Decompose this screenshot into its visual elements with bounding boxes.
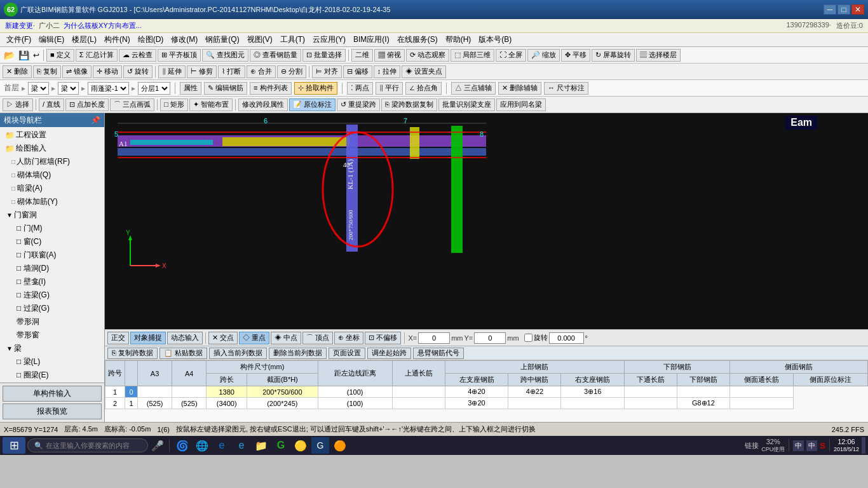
td-mid-rebar[interactable]: 4⊕20 xyxy=(445,386,508,398)
trim-button[interactable]: ⊢ 修剪 xyxy=(187,65,217,78)
td-section2[interactable]: (200*245) xyxy=(247,398,318,409)
select-floor-button[interactable]: ▤ 选择楼层 xyxy=(636,49,681,62)
point-len-button[interactable]: ⊡ 点加长度 xyxy=(65,98,109,111)
copy-span-button[interactable]: ⎘ 复制跨数据 xyxy=(107,348,158,359)
align-button[interactable]: ⊨ 对齐 xyxy=(312,65,342,78)
sidebar-item-draw-input[interactable]: 📁 绘图输入 xyxy=(1,142,103,155)
taskbar-app-ie[interactable]: e xyxy=(233,437,250,454)
apply-same-name-button[interactable]: 应用到同名梁 xyxy=(496,98,546,111)
maximize-button[interactable]: □ xyxy=(837,4,850,15)
extend-button[interactable]: ‖ 延伸 xyxy=(158,65,186,78)
cloud-check-button[interactable]: ☁ 云检查 xyxy=(119,49,156,62)
edit-rebar-button[interactable]: ✎ 编辑钢筋 xyxy=(204,82,247,95)
save-icon[interactable]: 💾 xyxy=(17,50,31,60)
sidebar-item-door[interactable]: □ 门(M) xyxy=(1,222,103,235)
find-elem-button[interactable]: 🔍 查找图元 xyxy=(202,49,248,62)
merge-button[interactable]: ⊕ 合并 xyxy=(247,65,276,78)
menu-help[interactable]: 帮助(H) xyxy=(442,33,475,46)
three-point-aux-button[interactable]: △ 三点辅轴 xyxy=(451,82,496,95)
local-3d-button[interactable]: ⬚ 局部三维 xyxy=(451,49,494,62)
layer-select[interactable]: 雨蓬梁-1 xyxy=(88,82,129,95)
snap-nooffset-button[interactable]: ⊡ 不偏移 xyxy=(365,332,401,344)
dynamic-view-button[interactable]: ⟳ 动态观察 xyxy=(406,49,449,62)
define-button[interactable]: ■ 定义 xyxy=(46,49,74,62)
sidebar-item-beam-group[interactable]: ▼ 梁 xyxy=(1,342,103,355)
td-span-len[interactable]: 1380 xyxy=(207,386,247,398)
menu-tools[interactable]: 工具(T) xyxy=(276,33,309,46)
single-comp-input-button[interactable]: 单构件输入 xyxy=(3,386,102,402)
minimize-button[interactable]: ─ xyxy=(824,4,836,15)
sidebar-item-ring-beam[interactable]: □ 圈梁(E) xyxy=(1,369,103,382)
td-side-cont2[interactable]: G8⊕12 xyxy=(677,398,730,409)
td-span[interactable]: 0 xyxy=(125,386,138,398)
taskbar-app-ggj[interactable]: G xyxy=(311,437,329,454)
y-input[interactable] xyxy=(474,332,506,344)
select-button[interactable]: ▷ 选择 xyxy=(3,98,33,111)
taskbar-search[interactable]: 🔍 在这里输入你要搜索的内容 xyxy=(27,438,148,452)
snap-vertex-button[interactable]: ⌒ 顶点 xyxy=(302,332,333,344)
stretch-button[interactable]: ↕ 拉伸 xyxy=(374,65,401,78)
td-dist[interactable]: (100) xyxy=(318,386,392,398)
sidebar-item-blast-door[interactable]: □ 人防门框墙(RF) xyxy=(1,155,103,168)
sidebar-item-hidden-beam[interactable]: □ 暗梁(A) xyxy=(1,182,103,195)
view-rebar-button[interactable]: ◎ 查看钢筋量 xyxy=(250,49,301,62)
2d-button[interactable]: 二维 xyxy=(351,49,373,62)
show-desktop-button[interactable] xyxy=(862,437,865,454)
delete-button[interactable]: ✕ 删除 xyxy=(3,65,32,78)
batch-sel-button[interactable]: ⊡ 批量选择 xyxy=(302,49,346,62)
span-copy-button[interactable]: ⎘ 梁跨数据复制 xyxy=(381,98,437,111)
dynamic-input-button[interactable]: 动态输入 xyxy=(167,332,203,344)
sidebar-item-project-settings[interactable]: 📁 工程设置 xyxy=(1,128,103,142)
sidebar-item-connecting-beam[interactable]: □ 连梁(G) xyxy=(1,288,103,302)
notice-info[interactable]: 为什么筱板XY方向布置... xyxy=(64,21,142,30)
mic-icon[interactable]: 🎤 xyxy=(150,440,165,452)
sidebar-item-window[interactable]: □ 窗(C) xyxy=(1,235,103,248)
comp-list-button[interactable]: ≡ 构件列表 xyxy=(250,82,291,95)
menu-bim[interactable]: BIM应用(I) xyxy=(349,33,393,46)
menu-file[interactable]: 文件(F) xyxy=(3,33,35,46)
calc-button[interactable]: Σ 汇总计算 xyxy=(76,49,118,62)
sidebar-item-beam[interactable]: □ 梁(L) xyxy=(1,355,103,369)
taskbar-app-g[interactable]: G xyxy=(272,437,290,454)
td-mid-rebar2[interactable]: 3⊕20 xyxy=(445,398,508,409)
pan-button[interactable]: ✥ 平移 xyxy=(561,49,590,62)
sidebar-item-masonry-rebar[interactable]: □ 砌体加筋(Y) xyxy=(1,195,103,208)
snap-midpoint-button[interactable]: ◈ 中点 xyxy=(271,332,301,344)
sidebar-item-door-window[interactable]: ▼ 门窗洞 xyxy=(1,208,103,222)
taskbar-app-edge2[interactable]: e xyxy=(213,437,231,454)
paste-span-button[interactable]: 📋 粘贴数据 xyxy=(159,348,207,359)
notice-new-change[interactable]: 新建变更· xyxy=(5,21,35,30)
taskbar-app-folder[interactable]: 📁 xyxy=(252,437,270,454)
screen-rotate-button[interactable]: ↻ 屏幕旋转 xyxy=(592,49,635,62)
page-settings-button[interactable]: 页面设置 xyxy=(329,348,365,359)
menu-component[interactable]: 构件(N) xyxy=(100,33,134,46)
rect-button[interactable]: □ 矩形 xyxy=(160,98,188,111)
parallel-button[interactable]: ∥ 平行 xyxy=(376,82,403,95)
split-button[interactable]: ⊖ 分割 xyxy=(277,65,306,78)
sidebar-item-niche[interactable]: □ 壁龛(I) xyxy=(1,275,103,288)
setpoint-button[interactable]: ◈ 设置夹点 xyxy=(402,65,446,78)
level-top-button[interactable]: ⊞ 平齐板顶 xyxy=(158,49,201,62)
report-preview-button[interactable]: 报表预览 xyxy=(3,403,102,419)
open-file-icon[interactable]: 📂 xyxy=(3,50,16,60)
taskbar-app-edge1[interactable]: 🌐 xyxy=(193,437,211,454)
rotate-button[interactable]: ↺ 旋转 xyxy=(123,65,153,78)
line-button[interactable]: / 直线 xyxy=(39,98,64,111)
re-extract-button[interactable]: ↺ 重提梁跨 xyxy=(337,98,380,111)
undo-icon[interactable]: ↩ xyxy=(32,51,41,60)
smart-place-button[interactable]: ✦ 智能布置 xyxy=(189,98,233,111)
fullscreen-button[interactable]: ⛶ 全屏 xyxy=(496,49,526,62)
arc-button[interactable]: ⌒ 三点画弧 xyxy=(110,98,154,111)
close-button[interactable]: ✕ xyxy=(851,4,864,15)
taskbar-app-orange[interactable]: 🟠 xyxy=(331,437,349,454)
comp-name-select[interactable]: 梁 xyxy=(58,82,79,95)
property-button[interactable]: 属性 xyxy=(180,82,201,95)
start-button[interactable]: ⊞ xyxy=(3,437,25,454)
comp-type-select[interactable]: 梁 xyxy=(28,82,49,95)
taskbar-app-cortana[interactable]: 🌀 xyxy=(173,437,191,454)
sidebar-item-wall-hole[interactable]: □ 墙洞(D) xyxy=(1,262,103,275)
menu-version[interactable]: 版本号(B) xyxy=(475,33,515,46)
menu-floor[interactable]: 楼层(L) xyxy=(68,33,100,46)
menu-rebar-qty[interactable]: 钢筋量(Q) xyxy=(201,33,243,46)
td-span2[interactable]: 1 xyxy=(125,398,138,409)
